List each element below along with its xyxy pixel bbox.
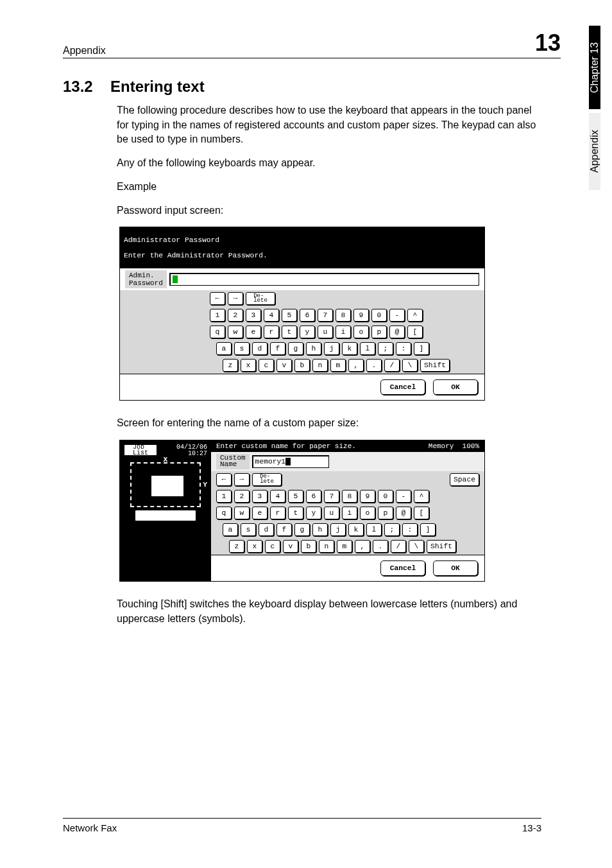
- key-s[interactable]: s: [241, 523, 256, 536]
- key-3[interactable]: 3: [246, 309, 261, 322]
- key-i[interactable]: i: [336, 326, 351, 338]
- key-^[interactable]: ^: [407, 309, 423, 322]
- key-/[interactable]: /: [391, 540, 406, 553]
- key-b[interactable]: b: [294, 359, 310, 372]
- key-s[interactable]: s: [234, 342, 250, 355]
- key-n[interactable]: n: [312, 359, 328, 372]
- key-\[interactable]: \: [402, 359, 418, 372]
- ok-button[interactable]: OK: [433, 560, 478, 576]
- key-q[interactable]: q: [216, 507, 232, 519]
- key-o[interactable]: o: [360, 507, 375, 519]
- key-;[interactable]: ;: [378, 342, 393, 355]
- arrow-left-key[interactable]: ←: [216, 473, 232, 486]
- key-/[interactable]: /: [384, 359, 400, 372]
- custom-name-input[interactable]: memory1: [252, 455, 329, 468]
- key-z[interactable]: z: [229, 540, 244, 553]
- key-:[interactable]: :: [396, 342, 411, 355]
- key-x[interactable]: x: [241, 359, 256, 372]
- key-w[interactable]: w: [228, 326, 243, 338]
- key-@[interactable]: @: [389, 326, 405, 338]
- key-e[interactable]: e: [252, 507, 268, 519]
- key-z[interactable]: z: [223, 359, 238, 372]
- key-g[interactable]: g: [294, 523, 310, 536]
- key-9[interactable]: 9: [353, 309, 369, 322]
- key-r[interactable]: r: [264, 326, 279, 338]
- key-.[interactable]: .: [366, 359, 382, 372]
- key-m[interactable]: m: [337, 540, 352, 553]
- arrow-left-key[interactable]: ←: [210, 292, 225, 305]
- key-p[interactable]: p: [378, 507, 393, 519]
- key-l[interactable]: l: [366, 523, 382, 536]
- key-6[interactable]: 6: [306, 490, 321, 503]
- key-h[interactable]: h: [306, 342, 321, 355]
- key-4[interactable]: 4: [270, 490, 285, 503]
- key-8[interactable]: 8: [336, 309, 351, 322]
- key-5[interactable]: 5: [288, 490, 303, 503]
- key-h[interactable]: h: [312, 523, 328, 536]
- arrow-right-key[interactable]: →: [234, 473, 250, 486]
- key-1[interactable]: 1: [216, 490, 232, 503]
- key-g[interactable]: g: [288, 342, 303, 355]
- key-v[interactable]: v: [283, 540, 298, 553]
- key-k[interactable]: k: [342, 342, 357, 355]
- delete-key[interactable]: De- lete: [246, 292, 275, 305]
- key-q[interactable]: q: [210, 326, 225, 338]
- key-u[interactable]: u: [318, 326, 333, 338]
- key-b[interactable]: b: [301, 540, 316, 553]
- key-8[interactable]: 8: [342, 490, 357, 503]
- key-f[interactable]: f: [270, 342, 285, 355]
- key-2[interactable]: 2: [228, 309, 243, 322]
- key-u[interactable]: u: [324, 507, 339, 519]
- key-m[interactable]: m: [330, 359, 346, 372]
- arrow-right-key[interactable]: →: [228, 292, 243, 305]
- key-5[interactable]: 5: [282, 309, 297, 322]
- key-y[interactable]: y: [300, 326, 315, 338]
- key-i[interactable]: i: [342, 507, 357, 519]
- key-t[interactable]: t: [288, 507, 303, 519]
- key-3[interactable]: 3: [252, 490, 268, 503]
- key-;[interactable]: ;: [384, 523, 400, 536]
- key-4[interactable]: 4: [264, 309, 279, 322]
- key-0[interactable]: 0: [378, 490, 393, 503]
- job-list-button[interactable]: Job List: [124, 444, 157, 456]
- key-t[interactable]: t: [282, 326, 297, 338]
- key--[interactable]: -: [396, 490, 411, 503]
- key-x[interactable]: x: [247, 540, 262, 553]
- key-d[interactable]: d: [252, 342, 268, 355]
- key-c[interactable]: c: [265, 540, 280, 553]
- key-1[interactable]: 1: [210, 309, 225, 322]
- key-c[interactable]: c: [259, 359, 274, 372]
- key-a[interactable]: a: [223, 523, 238, 536]
- shift-key[interactable]: Shift: [420, 359, 450, 372]
- cancel-button[interactable]: Cancel: [380, 560, 425, 576]
- key-o[interactable]: o: [353, 326, 369, 338]
- key-9[interactable]: 9: [360, 490, 375, 503]
- key--[interactable]: -: [389, 309, 405, 322]
- space-key[interactable]: Space: [450, 473, 479, 486]
- key-,[interactable]: ,: [355, 540, 370, 553]
- key-l[interactable]: l: [360, 342, 375, 355]
- key-2[interactable]: 2: [234, 490, 250, 503]
- key-d[interactable]: d: [259, 523, 274, 536]
- key-6[interactable]: 6: [300, 309, 315, 322]
- key-w[interactable]: w: [234, 507, 250, 519]
- key-^[interactable]: ^: [414, 490, 429, 503]
- key-k[interactable]: k: [348, 523, 364, 536]
- cancel-button[interactable]: Cancel: [380, 379, 425, 395]
- key-[[interactable]: [: [414, 507, 429, 519]
- key-:[interactable]: :: [402, 523, 418, 536]
- key-@[interactable]: @: [396, 507, 411, 519]
- key-][interactable]: ]: [420, 523, 436, 536]
- delete-key[interactable]: De- lete: [252, 473, 282, 486]
- key-v[interactable]: v: [276, 359, 292, 372]
- key-n[interactable]: n: [319, 540, 334, 553]
- shift-key[interactable]: Shift: [427, 540, 456, 553]
- key-[[interactable]: [: [407, 326, 423, 338]
- key-\[interactable]: \: [409, 540, 424, 553]
- key-a[interactable]: a: [216, 342, 232, 355]
- key-][interactable]: ]: [414, 342, 429, 355]
- key-,[interactable]: ,: [348, 359, 364, 372]
- key-r[interactable]: r: [270, 507, 285, 519]
- ok-button[interactable]: OK: [433, 379, 478, 395]
- key-7[interactable]: 7: [324, 490, 339, 503]
